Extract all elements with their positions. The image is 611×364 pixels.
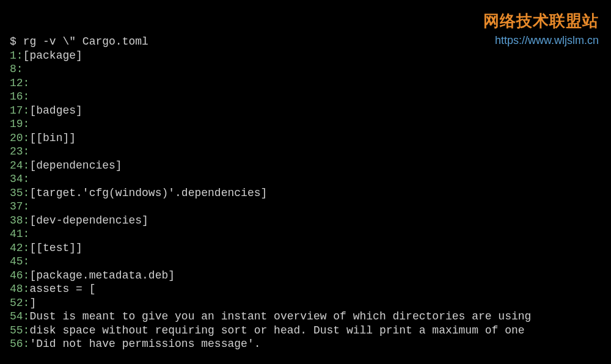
line-content: [dependencies]: [29, 159, 122, 172]
line-separator: :: [23, 187, 30, 199]
line-number: 56: [10, 338, 23, 350]
output-line: 1:[package]: [10, 49, 601, 63]
line-number: 48: [10, 283, 23, 295]
line-content: 'Did not have permissions message'.: [29, 338, 260, 350]
line-number: 52: [10, 297, 23, 309]
line-separator: :: [23, 297, 30, 309]
output-line: 23:: [10, 145, 601, 159]
line-separator: :: [16, 49, 23, 62]
line-separator: :: [23, 132, 30, 144]
output-line: 42:[[test]]: [10, 241, 601, 255]
line-separator: :: [23, 228, 30, 240]
line-separator: :: [23, 104, 30, 117]
output-line: 19:: [10, 117, 601, 131]
line-number: 45: [10, 255, 23, 268]
line-separator: :: [23, 310, 30, 322]
line-separator: :: [23, 145, 30, 158]
line-number: 42: [10, 242, 23, 254]
line-number: 1: [10, 49, 16, 62]
line-separator: :: [23, 242, 30, 254]
terminal-output[interactable]: $ rg -v \" Cargo.toml1:[package]8:12:16:…: [10, 7, 601, 364]
line-content: [dev-dependencies]: [29, 214, 148, 227]
output-line: 35:[target.'cfg(windows)'.dependencies]: [10, 186, 601, 200]
line-separator: :: [23, 269, 30, 282]
output-line: 20:[[bin]]: [10, 131, 601, 145]
line-separator: :: [23, 338, 30, 350]
line-separator: :: [23, 159, 30, 172]
line-content: [package.metadata.deb]: [29, 269, 175, 282]
line-content: [badges]: [29, 104, 82, 117]
line-content: assets = [: [29, 283, 95, 295]
output-line: 37:: [10, 200, 601, 214]
prompt-symbol: $: [10, 35, 16, 48]
line-number: 20: [10, 132, 23, 144]
line-content: disk space without requiring sort or hea…: [29, 324, 524, 337]
output-line: 17:[badges]: [10, 104, 601, 118]
line-content: [package]: [23, 49, 82, 62]
line-separator: :: [23, 77, 30, 89]
watermark-url: https://www.wljslm.cn: [483, 34, 599, 48]
output-line: 34:: [10, 172, 601, 186]
output-line: 48:assets = [: [10, 282, 601, 296]
output-line: 45:: [10, 255, 601, 269]
line-content: [target.'cfg(windows)'.dependencies]: [29, 187, 267, 199]
line-number: 34: [10, 173, 23, 185]
line-content: [[bin]]: [29, 132, 76, 144]
line-content: ]: [29, 297, 36, 309]
line-separator: :: [23, 324, 30, 337]
watermark-title: 网络技术联盟站: [483, 11, 599, 31]
output-line: 46:[package.metadata.deb]: [10, 269, 601, 283]
line-number: 38: [10, 214, 23, 227]
line-content: Dust is meant to give you an instant ove…: [29, 310, 531, 322]
line-separator: :: [23, 200, 30, 213]
line-number: 46: [10, 269, 23, 282]
line-number: 54: [10, 310, 23, 322]
output-line: 24:[dependencies]: [10, 159, 601, 173]
line-number: 17: [10, 104, 23, 117]
line-separator: :: [23, 118, 30, 130]
line-number: 19: [10, 118, 23, 130]
output-line: 8:: [10, 62, 601, 76]
line-separator: :: [23, 214, 30, 227]
line-number: 37: [10, 200, 23, 213]
command-text: rg -v \" Cargo.toml: [23, 35, 148, 48]
watermark: 网络技术联盟站 https://www.wljslm.cn: [483, 11, 599, 47]
output-line: 52:]: [10, 296, 601, 310]
line-separator: :: [23, 173, 30, 185]
line-number: 24: [10, 159, 23, 172]
line-separator: :: [23, 283, 30, 295]
line-separator: :: [23, 90, 30, 103]
output-line: 16:: [10, 90, 601, 104]
line-number: 8: [10, 63, 16, 75]
line-number: 23: [10, 145, 23, 158]
line-number: 12: [10, 77, 23, 89]
line-separator: :: [23, 255, 30, 268]
output-line: 41:: [10, 227, 601, 241]
output-line: 12:: [10, 76, 601, 90]
line-number: 55: [10, 324, 23, 337]
output-line: 38:[dev-dependencies]: [10, 214, 601, 228]
line-number: 35: [10, 187, 23, 199]
line-number: 41: [10, 228, 23, 240]
output-line: 56:'Did not have permissions message'.: [10, 337, 601, 351]
line-number: 16: [10, 90, 23, 103]
line-separator: :: [16, 63, 23, 75]
output-line: 54:Dust is meant to give you an instant …: [10, 310, 601, 324]
line-content: [[test]]: [29, 242, 82, 254]
output-line: 55:disk space without requiring sort or …: [10, 324, 601, 338]
